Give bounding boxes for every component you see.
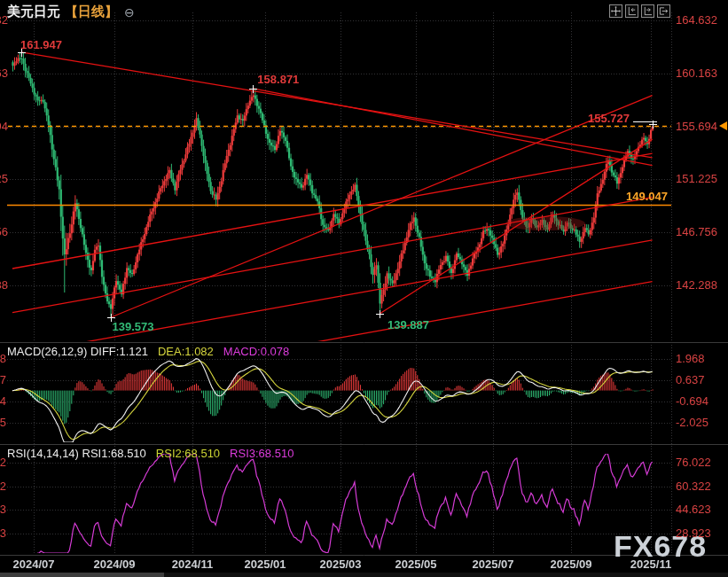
x-axis-label: 2024/07	[5, 558, 62, 571]
rsi-axis-tick: 76.022	[676, 456, 711, 469]
price-axis-tick-left: 146.756	[0, 226, 6, 238]
price-axis-tick-left: 164.632	[0, 14, 6, 27]
title-bar: 美元日元【日线】⊖	[7, 4, 135, 20]
x-axis-label: 2025/03	[312, 558, 369, 571]
legend-segment: RSI(14,14,14) RSI1:68.510	[7, 447, 146, 460]
price-axis-tick: 160.163	[676, 67, 717, 80]
symbol-title: 美元日元	[7, 4, 60, 20]
macd-legend: MACD(26,12,9) DIFF:1.121DEA:1.082MACD:0.…	[7, 345, 289, 358]
x-axis-label: 2025/07	[465, 558, 521, 571]
price-axis-tick: 164.632	[676, 14, 717, 27]
macd-axis-tick: -2.025	[676, 417, 708, 429]
hline-label: 155.727	[588, 113, 630, 125]
macd-axis-tick-left: -2.025	[0, 417, 6, 429]
x-axis-label: 2024/11	[164, 558, 221, 571]
h-scrollbar-thumb[interactable]	[0, 573, 164, 577]
price-annotation: 161.947	[20, 39, 62, 51]
macd-axis-tick: 1.968	[676, 353, 705, 365]
price-annotation: 158.871	[257, 74, 299, 86]
price-axis-tick: 142.288	[676, 279, 717, 292]
current-price-arrow	[719, 121, 727, 130]
pan-right-icon[interactable]	[657, 4, 670, 18]
rsi-axis-tick-left: 28.923	[0, 527, 6, 540]
price-axis-tick-left: 160.163	[0, 67, 6, 80]
x-axis-label: 2024/09	[86, 558, 143, 571]
price-axis-tick-left: 155.694	[0, 121, 6, 133]
macd-axis-tick-left: -0.694	[0, 395, 6, 408]
legend-segment: RSI3:68.510	[230, 447, 294, 460]
x-axis-label: 2025/05	[387, 558, 444, 571]
rsi-legend: RSI(14,14,14) RSI1:68.510RSI2:68.510RSI3…	[7, 447, 294, 460]
macd-axis-tick: 0.637	[676, 374, 705, 386]
rsi-axis-tick: 60.322	[676, 480, 711, 493]
rsi-axis-tick: 44.623	[676, 503, 711, 516]
legend-segment: MACD:0.078	[223, 345, 289, 358]
price-annotation: 139.887	[387, 319, 429, 331]
legend-segment: RSI2:68.510	[156, 447, 220, 460]
x-axis-label: 2025/09	[543, 558, 599, 571]
x-axis-label: 2025/01	[237, 558, 294, 571]
rsi-axis-tick-left: 44.623	[0, 503, 6, 516]
price-axis-tick: 146.756	[676, 226, 717, 238]
legend-segment: MACD(26,12,9) DIFF:1.121	[7, 345, 148, 358]
macd-axis-tick-left: 0.637	[0, 374, 6, 386]
chart-canvas[interactable]	[0, 0, 728, 577]
macd-axis-tick: -0.694	[676, 395, 708, 408]
price-axis-tick: 151.225	[676, 173, 717, 185]
crosshair-icon[interactable]	[609, 4, 622, 18]
axis-scale-right-icon[interactable]	[641, 4, 654, 18]
price-axis-tick-left: 142.288	[0, 279, 6, 292]
chart-window: 美元日元【日线】⊖ MACD(26,12,9) DIFF:1.121DEA:1.…	[0, 0, 728, 577]
h-scrollbar[interactable]	[0, 573, 728, 577]
price-axis-tick: 155.694	[676, 121, 717, 133]
collapse-icon[interactable]: ⊖	[124, 5, 135, 19]
chart-toolbar	[609, 4, 670, 18]
rsi-axis-tick-left: 60.322	[0, 480, 6, 493]
legend-segment: DEA:1.082	[158, 345, 214, 358]
rsi-axis-tick-left: 76.022	[0, 456, 6, 469]
axis-scale-left-icon[interactable]	[625, 4, 638, 18]
hline-label: 149.047	[626, 191, 668, 203]
macd-axis-tick-left: 1.968	[0, 353, 6, 365]
price-axis-tick-left: 151.225	[0, 173, 6, 185]
period-badge: 【日线】	[65, 4, 118, 20]
rsi-axis-tick: 28.923	[676, 527, 711, 540]
price-annotation: 139.573	[113, 321, 154, 333]
